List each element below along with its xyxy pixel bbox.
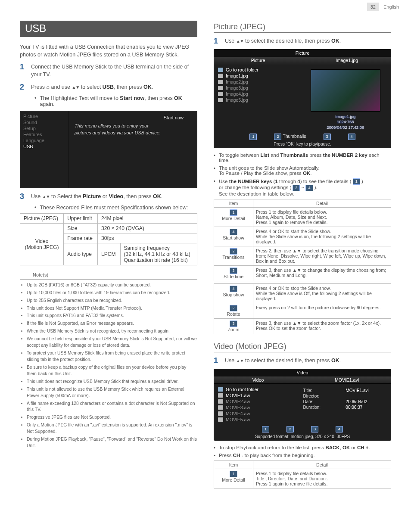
usb-step-3: 3 Use ▲▼ to Select the Picture or Video,… [20,193,197,200]
key-1-badge: 1 [249,134,257,140]
menu-features: Features [23,131,65,137]
notes-heading: Note(s) [33,272,197,277]
usb-step-3-sub: • These Recorded Files must meet Specifi… [34,205,197,211]
page-number: 32 [367,3,379,11]
menu-sound: Sound [23,119,65,125]
usb-intro: Your TV is fitted with a USB Connection … [20,43,197,59]
left-column: USB Your TV is fitted with a USB Connect… [20,21,197,488]
file-icon [218,393,223,398]
menu-usb: USB [23,143,65,149]
video-bullet-2: • Press CH - to play back from the begin… [214,453,391,458]
file-icon [218,80,223,84]
picture-bullet-2: • The unit goes to the Slide show Automa… [214,165,391,176]
folder-icon [218,387,223,392]
section-usb-title: USB [20,21,197,37]
right-column: Picture (JPEG) 1 Use ▲▼ to select the de… [214,21,391,488]
video-meta: Title:MOVIE1.avi Director: Date:2009/04/… [303,388,388,410]
section-picture-title: Picture (JPEG) [214,22,391,33]
page-header: 32 English [367,3,399,11]
menu-language: Language [23,137,65,143]
manual-page: 32 English USB Your TV is fitted with a … [0,0,411,532]
file-icon [218,405,223,410]
osd-video-browser: Video VideoMOVIE1.avi Go to root folder … [214,369,391,441]
spec-table: Picture (JPEG)Upper limit24M pixel Video… [20,213,197,265]
key-3-badge: 3 [324,134,331,140]
file-icon [218,74,223,78]
thumbnail-preview [311,69,380,112]
picture-step-1: 1 Use ▲▼ to select the desired file, the… [214,37,391,45]
notes-list: Up to 2GB (FAT16) or 8GB (FAT32) capacit… [20,282,197,449]
key-2-badge: 2 [274,134,281,140]
menu-setup: Setup [23,125,65,131]
file-icon [218,399,223,404]
video-bullet-1: • To stop Playback and return to the fil… [214,445,391,450]
home-icon: ⌂ [46,84,50,90]
menu-picture: Picture [23,113,65,119]
up-down-icon: ▲▼ [236,39,244,44]
file-icon [218,417,223,422]
key-4-badge: 4 [348,134,355,140]
video-step-1: 1 Use ▲▼ to select the desired file, the… [214,357,391,364]
osd-start-now: Start now [75,115,191,120]
osd-usb-menu: Picture Sound Setup Features Language US… [20,111,197,188]
file-icon [218,98,223,102]
file-icon [218,411,223,416]
page-lang: English [383,4,399,9]
section-video-title: Video (Motion JPEG) [214,342,391,352]
usb-step-1: 1 Connect the USB Memory Stick to the US… [20,63,197,78]
osd-usb-msg: This menu allows you to enjoy your pictu… [75,123,161,137]
picture-bullet-1: • To toggle between List and Thumbnails … [214,152,391,163]
usb-step-2: 2 Press ⌂ and use ▲▼ to select USB, then… [20,83,197,91]
file-icon [218,86,223,90]
up-down-icon: ▲▼ [72,85,79,90]
folder-icon [218,68,223,72]
file-icon [218,92,223,96]
osd-picture-browser: Picture PictureImage1.jpg Go to root fol… [214,49,391,148]
up-down-icon: ▲▼ [236,358,244,363]
usb-step-2-sub: • The Highlighted Text will move to Star… [34,95,197,107]
up-down-icon: ▲▼ [42,194,50,199]
picture-bullet-3: • Use the NUMBER keys (1 through 4) to s… [214,178,391,196]
picture-detail-table: ItemDetail 1More DetailPress 1 to displa… [214,199,391,334]
video-detail-table: ItemDetail 1More DetailPress 1 to displa… [214,460,391,488]
